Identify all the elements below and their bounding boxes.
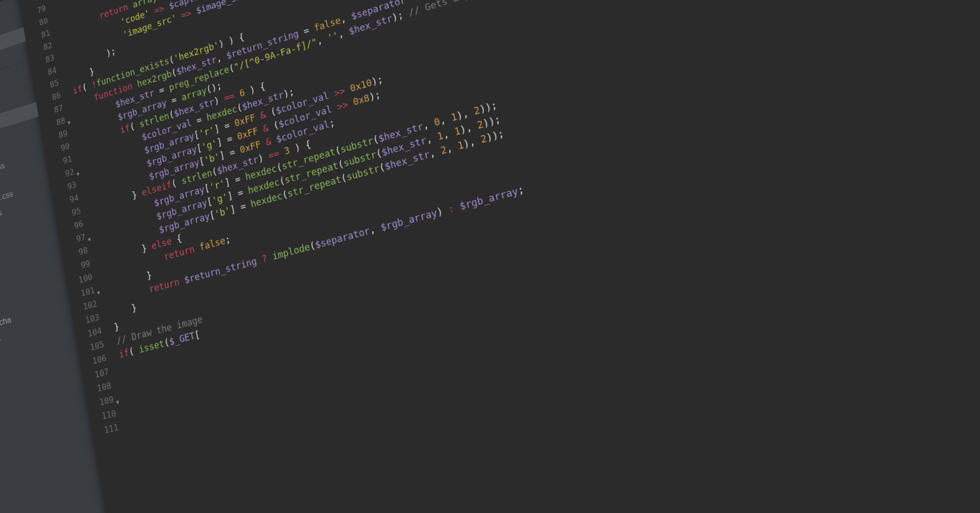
token-plain: ); — [368, 89, 381, 103]
token-plain: { — [171, 233, 183, 246]
token-str: 'b' — [214, 205, 231, 219]
code-editor[interactable]: 7879808182838485868788▼89909192▼93949596… — [18, 0, 980, 513]
token-plain: ), — [462, 135, 482, 150]
code-area[interactable]: trim(preg_replace('/\\\\/', '/', realpat… — [46, 0, 980, 364]
file-ext: .css — [0, 208, 2, 220]
editor-window: Empty.htmlsend_form_email.php HTML ▾ css… — [0, 0, 980, 513]
file-ext: .css — [0, 161, 5, 173]
token-plain: )); — [485, 128, 505, 144]
token-plain: ); — [371, 74, 384, 88]
file-ext: .css — [0, 189, 14, 201]
token-plain: } — [113, 321, 120, 333]
token-plain: ); — [283, 86, 295, 100]
